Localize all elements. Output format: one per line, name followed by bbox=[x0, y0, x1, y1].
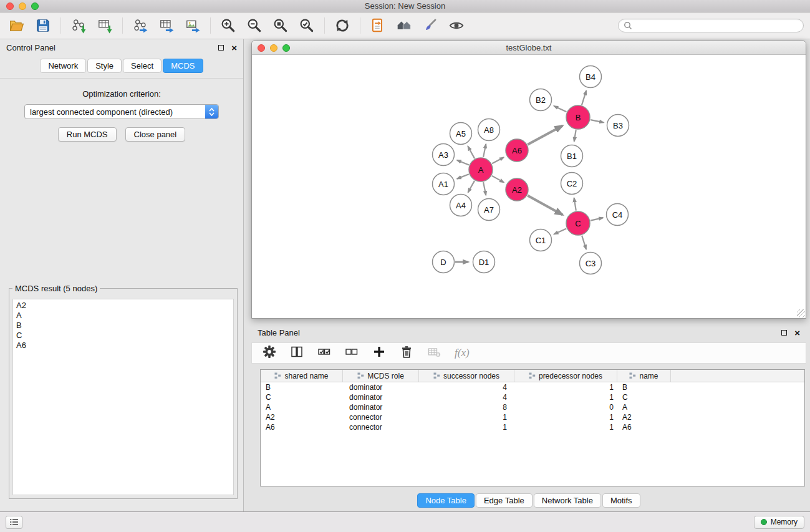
mcds-result-item[interactable]: A2 bbox=[16, 301, 233, 311]
run-mcds-button[interactable]: Run MCDS bbox=[58, 127, 117, 142]
zoom-network-window-button[interactable] bbox=[282, 44, 290, 52]
mcds-result-item[interactable]: C bbox=[16, 331, 233, 341]
delete-table-button[interactable] bbox=[427, 345, 441, 361]
node-D[interactable]: D bbox=[433, 251, 455, 273]
node-A[interactable]: A bbox=[469, 158, 493, 181]
open-session-button[interactable] bbox=[6, 15, 27, 36]
close-panel-icon[interactable]: × bbox=[231, 43, 237, 52]
close-window-button[interactable] bbox=[6, 2, 14, 10]
edge-A-A8[interactable] bbox=[483, 144, 486, 157]
add-row-button[interactable] bbox=[372, 345, 386, 361]
search-input[interactable] bbox=[635, 21, 798, 30]
column-header-successor-nodes[interactable]: successor nodes bbox=[419, 370, 514, 382]
node-B2[interactable]: B2 bbox=[530, 89, 552, 111]
node-A2[interactable]: A2 bbox=[506, 178, 528, 201]
node-A3[interactable]: A3 bbox=[433, 144, 455, 166]
tab-style[interactable]: Style bbox=[87, 59, 122, 73]
edge-A-A6[interactable] bbox=[492, 157, 504, 163]
edge-C-C4[interactable] bbox=[591, 218, 603, 221]
edge-A-A1[interactable] bbox=[457, 174, 469, 178]
zoom-fit-button[interactable] bbox=[270, 15, 291, 36]
edge-A-A4[interactable] bbox=[468, 181, 475, 193]
zoom-out-button[interactable] bbox=[244, 15, 265, 36]
memory-button[interactable]: Memory bbox=[754, 516, 804, 529]
mcds-result-item[interactable]: B bbox=[16, 321, 233, 331]
node-C1[interactable]: C1 bbox=[530, 230, 552, 251]
export-table-button[interactable] bbox=[156, 15, 177, 36]
close-table-panel-icon[interactable]: × bbox=[794, 328, 800, 337]
edge-C-C2[interactable] bbox=[574, 198, 576, 211]
node-A8[interactable]: A8 bbox=[478, 119, 500, 141]
table-row[interactable]: Bdominator41B bbox=[261, 382, 804, 392]
node-A1[interactable]: A1 bbox=[433, 173, 455, 195]
edge-B-B2[interactable] bbox=[554, 106, 566, 112]
function-builder-button[interactable]: f(x) bbox=[455, 347, 470, 359]
minimize-window-button[interactable] bbox=[19, 2, 26, 10]
task-history-button[interactable] bbox=[6, 516, 22, 529]
node-A6[interactable]: A6 bbox=[506, 139, 528, 162]
node-B[interactable]: B bbox=[566, 105, 590, 129]
tab-node-table[interactable]: Node Table bbox=[417, 493, 475, 508]
criterion-dropdown[interactable]: largest connected component (directed) bbox=[24, 104, 219, 119]
node-B3[interactable]: B3 bbox=[607, 115, 629, 137]
edge-A2-C[interactable] bbox=[528, 195, 562, 215]
column-header-mcds-role[interactable]: MCDS role bbox=[343, 370, 419, 382]
resize-grip[interactable] bbox=[797, 309, 805, 317]
show-hide-details-button[interactable] bbox=[446, 15, 467, 36]
edge-A-A3[interactable] bbox=[457, 160, 469, 165]
column-header-predecessor-nodes[interactable]: predecessor nodes bbox=[514, 370, 617, 382]
mcds-result-item[interactable]: A6 bbox=[16, 341, 233, 351]
close-panel-button[interactable]: Close panel bbox=[125, 127, 186, 142]
table-row[interactable]: Adominator80A bbox=[261, 402, 804, 412]
node-C3[interactable]: C3 bbox=[580, 253, 602, 274]
search-field[interactable] bbox=[618, 19, 804, 32]
refresh-view-button[interactable] bbox=[332, 15, 353, 36]
save-session-button[interactable] bbox=[32, 15, 54, 36]
first-neighbors-button[interactable] bbox=[367, 15, 388, 36]
tab-network-table[interactable]: Network Table bbox=[534, 493, 601, 508]
tab-edge-table[interactable]: Edge Table bbox=[476, 493, 533, 508]
float-panel-icon[interactable] bbox=[218, 45, 224, 51]
column-header-shared-name[interactable]: shared name bbox=[261, 370, 343, 382]
zoom-window-button[interactable] bbox=[31, 2, 39, 10]
edge-B-B3[interactable] bbox=[591, 120, 604, 122]
apply-style-button[interactable] bbox=[420, 15, 441, 36]
table-row[interactable]: A6connector11A6 bbox=[261, 422, 804, 432]
node-B4[interactable]: B4 bbox=[580, 66, 602, 88]
node-A4[interactable]: A4 bbox=[450, 195, 472, 216]
node-C2[interactable]: C2 bbox=[561, 173, 583, 195]
node-C4[interactable]: C4 bbox=[607, 204, 629, 226]
edge-B-B4[interactable] bbox=[582, 90, 586, 105]
import-network-button[interactable] bbox=[68, 15, 89, 36]
node-A5[interactable]: A5 bbox=[450, 123, 472, 145]
network-graph[interactable]: B4B2BB3A5A8A6A3B1AA1C2A2A4A7C4CC1C3DD1 bbox=[252, 55, 806, 317]
node-B1[interactable]: B1 bbox=[561, 145, 583, 167]
edge-C-C1[interactable] bbox=[554, 228, 566, 234]
table-row[interactable]: Cdominator41C bbox=[261, 392, 804, 402]
deselect-all-button[interactable] bbox=[345, 345, 359, 361]
tab-network[interactable]: Network bbox=[40, 59, 86, 73]
network-window-titlebar[interactable]: testGlobe.txt bbox=[252, 41, 806, 55]
import-table-button[interactable] bbox=[94, 15, 115, 36]
export-network-button[interactable] bbox=[130, 15, 151, 36]
table-settings-button[interactable] bbox=[263, 345, 276, 361]
zoom-in-button[interactable] bbox=[218, 15, 239, 36]
delete-row-button[interactable] bbox=[400, 345, 413, 361]
edge-A-A5[interactable] bbox=[468, 147, 475, 159]
tab-select[interactable]: Select bbox=[123, 59, 162, 73]
show-column-button[interactable] bbox=[290, 345, 304, 361]
close-network-window-button[interactable] bbox=[258, 44, 265, 52]
network-overview-button[interactable] bbox=[393, 15, 415, 36]
node-A7[interactable]: A7 bbox=[478, 199, 500, 221]
edge-A-A2[interactable] bbox=[492, 176, 504, 183]
network-canvas[interactable]: B4B2BB3A5A8A6A3B1AA1C2A2A4A7C4CC1C3DD1 bbox=[252, 55, 806, 318]
select-all-button[interactable] bbox=[317, 345, 331, 361]
mcds-result-item[interactable]: A bbox=[16, 311, 233, 321]
node-C[interactable]: C bbox=[566, 211, 590, 235]
edge-B-B1[interactable] bbox=[574, 130, 576, 142]
edge-C-C3[interactable] bbox=[582, 236, 586, 249]
tab-motifs[interactable]: Motifs bbox=[602, 493, 640, 508]
tab-mcds[interactable]: MCDS bbox=[163, 59, 203, 73]
table-row[interactable]: A2connector11A2 bbox=[261, 412, 804, 422]
export-image-button[interactable] bbox=[182, 15, 203, 36]
